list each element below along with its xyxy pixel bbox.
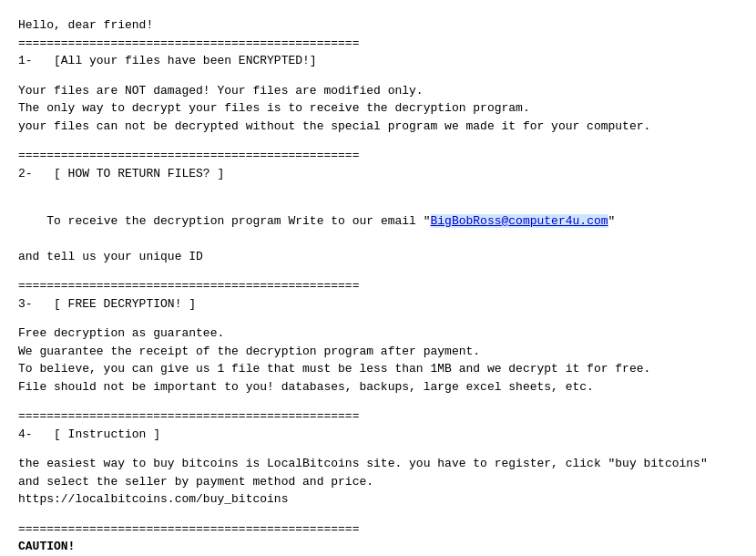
body-line-2: The only way to decrypt your files is to… <box>18 99 738 118</box>
body-line-3: your files can not be decrypted without … <box>18 118 738 136</box>
greeting-line: Hello, dear friend! <box>18 16 738 35</box>
section2-header: 2- [ HOW TO RETURN FILES? ] <box>18 165 738 183</box>
email-post-text: " <box>608 214 616 228</box>
blank-7 <box>18 443 738 455</box>
divider-1: ========================================… <box>18 35 738 53</box>
body-line-1: Your files are NOT damaged! Your files a… <box>18 82 738 100</box>
divider-2: ========================================… <box>18 147 738 165</box>
guarantee-line: We guarantee the receipt of the decrypti… <box>18 343 738 361</box>
blank-1 <box>18 70 738 82</box>
divider-3: ========================================… <box>18 277 738 295</box>
free-decryption-line: Free decryption as guarantee. <box>18 324 738 343</box>
blank-6 <box>18 396 738 407</box>
blank-8 <box>18 509 738 520</box>
section4-header: 4- [ Instruction ] <box>18 426 738 444</box>
section1-header: 1- [All your files have been ENCRYPTED!] <box>18 52 738 70</box>
instruction-line-2: and select the seller by payment method … <box>18 473 738 491</box>
blank-3 <box>18 182 738 194</box>
blank-4 <box>18 265 738 277</box>
not-important-line: File should not be important to you! dat… <box>18 378 738 396</box>
ransom-note: Hello, dear friend! ====================… <box>18 16 738 556</box>
divider-5: ========================================… <box>18 520 738 539</box>
blank-2 <box>18 135 738 147</box>
divider-4: ========================================… <box>18 407 738 426</box>
one-file-line: To believe, you can give us 1 file that … <box>18 360 738 378</box>
instruction-line-1: the easiest way to buy bitcoins is Local… <box>18 455 738 473</box>
email-line: To receive the decryption program Write … <box>18 194 738 248</box>
email-pre-text: To receive the decryption program Write … <box>46 214 430 228</box>
caution-header: CAUTION! <box>18 538 738 556</box>
email-link[interactable]: BigBobRoss@computer4u.com <box>431 214 608 228</box>
section3-header: 3- [ FREE DECRYPTION! ] <box>18 295 738 314</box>
blank-5 <box>18 313 738 324</box>
bitcoin-url: https://localbitcoins.com/buy_bitcoins <box>18 490 738 509</box>
unique-id-line: and tell us your unique ID <box>18 248 738 266</box>
